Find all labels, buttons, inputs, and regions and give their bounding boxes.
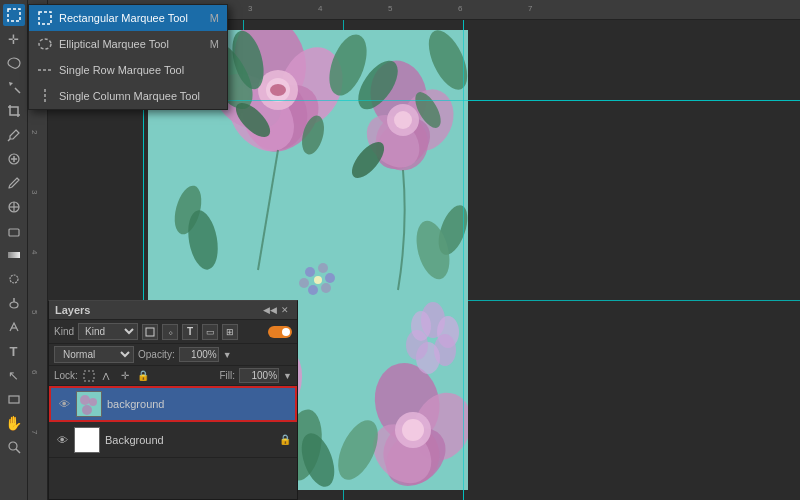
layers-close-btn[interactable]: ✕ [279, 304, 291, 316]
layer-thumb-bg-locked [74, 427, 100, 453]
tool-blur[interactable] [3, 268, 25, 290]
single-row-label: Single Row Marquee Tool [59, 64, 184, 76]
svg-point-73 [314, 276, 322, 284]
rect-marquee-icon [37, 10, 53, 26]
tool-hand[interactable]: ✋ [3, 412, 25, 434]
single-col-icon [37, 88, 53, 104]
svg-line-21 [16, 449, 20, 453]
lock-all-icon[interactable]: 🔒 [136, 369, 150, 383]
ellipse-marquee-icon [37, 36, 53, 52]
ruler-mark-7: 7 [528, 4, 532, 13]
filter-adjust-icon[interactable]: ⬦ [162, 324, 178, 340]
layer-name-background: background [107, 398, 289, 410]
tool-move[interactable]: ✛ [3, 28, 25, 50]
svg-point-72 [299, 278, 309, 288]
svg-point-1 [39, 39, 51, 49]
ellipse-marquee-label: Elliptical Marquee Tool [59, 38, 169, 50]
svg-point-16 [10, 275, 18, 283]
tool-dodge[interactable] [3, 292, 25, 314]
svg-point-79 [411, 311, 431, 341]
tool-clone[interactable] [3, 196, 25, 218]
svg-point-70 [321, 283, 331, 293]
tool-type[interactable]: T [3, 340, 25, 362]
lock-paint-icon[interactable] [100, 369, 114, 383]
tool-shape[interactable] [3, 388, 25, 410]
tool-lasso[interactable] [3, 52, 25, 74]
ruler-left-5: 5 [30, 310, 39, 314]
guide-extend-v2 [463, 20, 464, 500]
svg-point-38 [394, 111, 412, 129]
svg-rect-15 [8, 252, 20, 258]
ellipse-marquee-shortcut: M [210, 38, 219, 50]
svg-point-67 [305, 267, 315, 277]
layers-panel-header: Layers ◀◀ ✕ [49, 301, 297, 320]
svg-point-96 [82, 405, 92, 415]
ruler-mark-4: 4 [318, 4, 322, 13]
filter-toggle[interactable] [268, 326, 292, 338]
svg-rect-92 [84, 371, 94, 381]
filter-pixel-icon[interactable] [142, 324, 158, 340]
ruler-mark-6: 6 [458, 4, 462, 13]
svg-point-20 [9, 442, 17, 450]
tool-path-select[interactable]: ↖ [3, 364, 25, 386]
svg-point-69 [325, 273, 335, 283]
tool-crop[interactable] [3, 100, 25, 122]
single-row-marquee-tool[interactable]: Single Row Marquee Tool [29, 57, 227, 83]
opacity-label: Opacity: [138, 349, 175, 360]
layer-thumb-background [76, 391, 102, 417]
tool-zoom[interactable] [3, 436, 25, 458]
tool-pen[interactable] [3, 316, 25, 338]
tool-eyedropper[interactable] [3, 124, 25, 146]
layer-item-bg-locked[interactable]: 👁 Background 🔒 [49, 422, 297, 458]
opacity-input[interactable] [179, 347, 219, 362]
lock-row: Lock: ✛ 🔒 Fill: ▼ [49, 366, 297, 386]
tool-eraser[interactable] [3, 220, 25, 242]
layer-item-background[interactable]: 👁 background [49, 386, 297, 422]
layer-name-bg-locked: Background [105, 434, 274, 446]
ruler-left-6: 6 [30, 370, 39, 374]
rect-marquee-tool[interactable]: Rectangular Marquee Tool M [29, 5, 227, 31]
ruler-left-7: 7 [30, 430, 39, 434]
blend-mode-row: Normal Opacity: ▼ [49, 344, 297, 366]
svg-line-5 [15, 88, 20, 93]
layer-visibility-background[interactable]: 👁 [57, 397, 71, 411]
filter-shape-icon[interactable]: ▭ [202, 324, 218, 340]
svg-line-7 [8, 139, 10, 141]
tool-gradient[interactable] [3, 244, 25, 266]
lock-label: Lock: [54, 370, 78, 381]
lock-transparent-icon[interactable] [82, 369, 96, 383]
left-toolbar: Rectangular Marquee Tool M Elliptical Ma… [0, 0, 28, 500]
layers-panel-title: Layers [55, 304, 90, 316]
single-row-icon [37, 62, 53, 78]
fill-input[interactable] [239, 368, 279, 383]
blend-mode-select[interactable]: Normal [54, 346, 134, 363]
fill-label: Fill: [220, 370, 236, 381]
filter-kind-select[interactable]: Kind [78, 323, 138, 340]
svg-rect-91 [146, 328, 154, 336]
svg-point-94 [80, 395, 90, 405]
layer-lock-icon: 🔒 [279, 434, 291, 445]
tool-dropdown-menu: Rectangular Marquee Tool M Elliptical Ma… [28, 4, 228, 110]
tool-heal[interactable] [3, 148, 25, 170]
tool-magic-wand[interactable] [3, 76, 25, 98]
svg-point-17 [10, 302, 18, 308]
svg-point-54 [402, 419, 424, 441]
single-col-marquee-tool[interactable]: Single Column Marquee Tool [29, 83, 227, 109]
layer-visibility-bg-locked[interactable]: 👁 [55, 433, 69, 447]
tool-marquee[interactable] [3, 4, 25, 26]
rect-marquee-shortcut: M [210, 12, 219, 24]
layers-filter-bar: Kind Kind ⬦ T ▭ ⊞ [49, 320, 297, 344]
ruler-left-3: 3 [30, 190, 39, 194]
lock-position-icon[interactable]: ✛ [118, 369, 132, 383]
filter-smart-icon[interactable]: ⊞ [222, 324, 238, 340]
fill-arrow[interactable]: ▼ [283, 371, 292, 381]
svg-rect-0 [39, 12, 51, 24]
svg-rect-4 [8, 9, 20, 21]
layers-collapse-btn[interactable]: ◀◀ [264, 304, 276, 316]
ellipse-marquee-tool[interactable]: Elliptical Marquee Tool M [29, 31, 227, 57]
filter-type-icon[interactable]: T [182, 324, 198, 340]
opacity-arrow[interactable]: ▼ [223, 350, 232, 360]
svg-rect-19 [9, 396, 19, 403]
svg-rect-14 [9, 229, 19, 236]
tool-brush[interactable] [3, 172, 25, 194]
